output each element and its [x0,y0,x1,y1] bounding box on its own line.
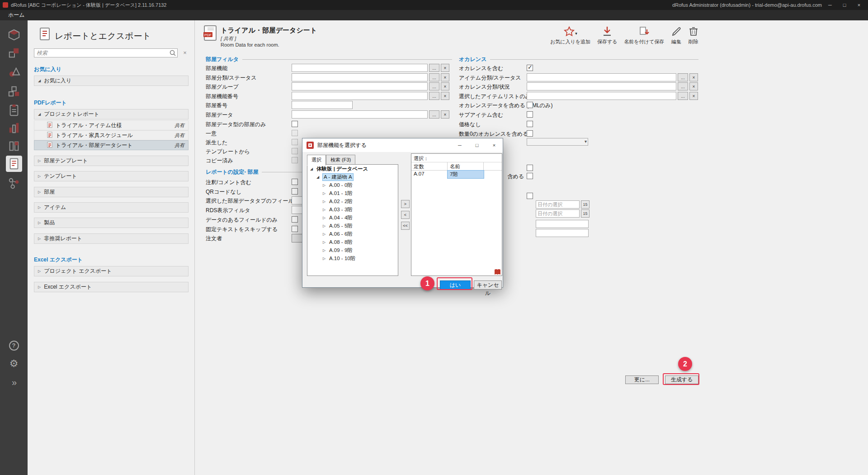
browse-button[interactable]: ... [678,73,688,81]
occurrence-classification-input[interactable] [527,82,676,90]
search-clear-icon[interactable]: × [181,49,189,57]
module-items-icon[interactable] [6,45,22,61]
more-button[interactable]: 更に... [625,375,659,384]
expanded-icon[interactable]: ◢ [310,167,314,171]
tree-node[interactable]: ▷A.05 - 5階 [307,222,398,230]
clear-button[interactable]: × [689,92,698,100]
module-network-icon[interactable] [6,175,22,191]
occurrence-dropdown[interactable]: ▾ [527,138,588,146]
expand-sidebar-button[interactable]: » [0,378,28,387]
module-reports-icon[interactable] [6,156,22,172]
report-item[interactable]: トライアル・家具スケジュール 共有 [34,130,189,140]
include-zero-qty-checkbox[interactable] [527,130,533,137]
module-templates-icon[interactable] [6,138,22,154]
dialog-minimize-icon[interactable]: ─ [451,139,468,152]
module-products-icon[interactable] [6,64,22,80]
group-products[interactable]: ▷ 製品 [34,218,189,228]
room-function-tree[interactable]: ◢ 体験版 | データベース ◢ A - 建築物 A ▷A.00 - 0階 ▷A… [307,164,398,276]
tree-node[interactable]: ▷A.09 - 9階 [307,246,398,254]
report-item[interactable]: トライアル・アイテム仕様 共有 [34,120,189,130]
search-input[interactable] [34,48,178,57]
move-left-button[interactable]: < [401,211,410,219]
item-classification-input[interactable] [527,73,676,81]
column-header[interactable]: 定数 [411,162,448,170]
save-button[interactable]: 保存する [597,24,618,45]
tree-node[interactable]: ▷A.08 - 8階 [307,238,398,246]
group-room-templates[interactable]: ▷ 部屋テンプレート [34,156,189,166]
maximize-icon[interactable]: □ [838,0,851,10]
tree-node[interactable]: ▷A.02 - 2階 [307,197,398,205]
hidden-section-checkbox-2[interactable] [527,173,533,179]
edit-button[interactable]: 編集 [671,24,682,45]
tree-node-selected[interactable]: ◢ A - 建築物 A [307,173,398,181]
group-project-export[interactable]: ▷ プロジェクト エクスポート [34,266,189,276]
module-logistics-icon[interactable] [6,120,22,136]
collapsed-icon[interactable]: ▷ [323,208,327,212]
group-excel-export[interactable]: ▷ Excel エクスポート [34,282,189,292]
dialog-close-icon[interactable]: × [486,139,503,152]
selected-row[interactable]: A.07 7階 [411,171,502,178]
group-deprecated-reports[interactable]: ▷ 非推奨レポート [34,233,189,244]
tree-node[interactable]: ▷A.01 - 1階 [307,189,398,197]
catalog-icon[interactable] [494,269,501,276]
clear-button[interactable]: × [689,73,698,81]
from-template-checkbox[interactable] [292,148,298,154]
date-to-input[interactable] [536,209,580,218]
collapsed-icon[interactable]: ▷ [323,200,327,204]
column-header[interactable]: 名前 [448,162,484,170]
extra-input-1[interactable] [536,220,589,228]
dialog-maximize-icon[interactable]: □ [468,139,486,152]
collapsed-icon[interactable]: ▷ [323,240,327,244]
project-reports-group[interactable]: ◢ プロジェクトレポート [34,109,189,119]
report-item-selected[interactable]: トライアル・部屋データシート 共有 [34,140,189,150]
calendar-icon[interactable]: 15 [581,209,590,218]
minimize-icon[interactable]: ─ [824,0,836,10]
calendar-icon[interactable]: 15 [581,200,590,209]
selected-list[interactable]: 選択： 定数 名前 A.07 7階 [411,153,502,276]
item-list-only-input[interactable] [527,92,676,100]
group-templates[interactable]: ▷ テンプレート [34,171,189,181]
no-price-checkbox[interactable] [527,121,533,127]
tree-node[interactable]: ▷A.00 - 0階 [307,181,398,189]
tab-select[interactable]: 選択 [307,155,326,166]
tree-root[interactable]: ◢ 体験版 | データベース [307,165,398,173]
delete-button[interactable]: 削除 [689,24,698,45]
clear-button[interactable]: × [689,82,698,90]
module-documents-icon[interactable] [6,102,22,119]
collapsed-icon[interactable]: ▷ [323,256,327,261]
move-right-button[interactable]: > [401,200,410,208]
collapsed-icon[interactable]: ▷ [323,248,327,252]
close-icon[interactable]: × [853,0,865,10]
include-occurrence-data-checkbox[interactable] [527,102,533,108]
menu-home[interactable]: ホーム [8,11,25,19]
move-all-left-button[interactable]: << [401,222,410,230]
tree-node[interactable]: ▷A.04 - 4階 [307,214,398,222]
settings-button[interactable]: ⚙ [0,359,28,369]
tree-node[interactable]: ▷A.03 - 3階 [307,205,398,214]
browse-button[interactable]: ... [678,92,688,100]
add-favorite-button[interactable]: ▾ お気に入りを追加 [550,24,590,45]
collapsed-icon[interactable]: ▷ [323,183,327,187]
help-button[interactable]: ? [0,341,28,351]
collapsed-icon[interactable]: ▷ [323,191,327,195]
collapsed-icon[interactable]: ▷ [323,232,327,236]
group-items[interactable]: ▷ アイテム [34,202,189,213]
browse-button[interactable]: ... [678,82,688,90]
extra-input-2[interactable] [536,229,589,237]
hidden-section-checkbox-3[interactable] [527,193,533,199]
hidden-section-checkbox-1[interactable] [527,165,533,171]
group-rooms[interactable]: ▷ 部屋 [34,187,189,197]
collapsed-icon[interactable]: ▷ [323,216,327,220]
include-occurrences-checkbox[interactable] [527,65,533,71]
tree-node[interactable]: ▷A.06 - 6階 [307,230,398,238]
date-from-input[interactable] [536,200,580,209]
favorites-group[interactable]: ◢ お気に入り [34,76,189,86]
cancel-button[interactable]: キャンセル [474,280,502,290]
save-as-button[interactable]: 名前を付けて保存 [624,24,664,45]
tree-node[interactable]: ▷A.10 - 10階 [307,254,398,262]
module-rooms-icon[interactable] [6,27,22,43]
expanded-icon[interactable]: ◢ [316,175,321,179]
collapsed-icon[interactable]: ▷ [323,224,327,228]
module-systems-icon[interactable] [6,83,22,100]
copied-checkbox[interactable] [292,157,298,163]
